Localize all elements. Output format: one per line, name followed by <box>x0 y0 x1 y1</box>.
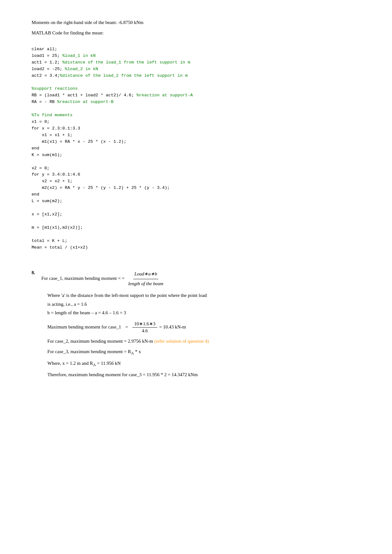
code-comment-moments: %To find moments <box>32 113 73 117</box>
code-line-ra: RA = - RB %reaction at support-B <box>32 99 113 104</box>
code-line-4: load2 = -25; %load_2 in kN <box>32 67 98 71</box>
matlab-code-block: clear all; load1 = 25; %load_1 in kN act… <box>32 39 367 257</box>
code-line-mean: Mean = total / (x1+x2) <box>32 245 88 250</box>
code-line-1: clear all; <box>32 47 57 51</box>
code-line-5: act2 = 3.4;%distance of the load_2 from … <box>32 73 188 78</box>
code-line-x1: x1 = 0; <box>32 119 50 124</box>
para4-end: = 11.956 kN <box>96 361 121 366</box>
code-line-end2: end <box>32 192 39 197</box>
mbm-eq: = <box>123 324 130 330</box>
intro-line1: Moments on the right-hand side of the be… <box>32 19 367 26</box>
para2-orange: (refer solution of question 4) <box>154 339 208 344</box>
section-8-content: For case_1, maximum bending moment = = L… <box>41 270 367 288</box>
code-line-x2inc: x2 = x2 + 1; <box>32 179 73 184</box>
para5: Therefore, maximum bending moment for ca… <box>47 371 367 379</box>
code-line-total: total = K + L; <box>32 238 67 243</box>
para2: For case_2, maximum bending moment = 2.9… <box>47 337 367 346</box>
section-8-body: Where 'a' is the distance from the left-… <box>47 292 367 379</box>
main-formula: Load∗a∗b length of the beam <box>127 270 165 288</box>
para1-line3: b = length of the beam – a = 4.6 – 1.6 =… <box>47 309 367 317</box>
section-8-header: 8. For case_1, maximum bending moment = … <box>32 270 367 288</box>
mbm-label: Maximum bending moment for case_1 <box>47 324 121 330</box>
para3-end: * x <box>134 349 141 354</box>
para1-line1: Where 'a' is the distance from the left-… <box>47 292 367 300</box>
para4-sub: A <box>93 363 96 367</box>
code-line-xarr: x = [x1,x2]; <box>32 212 62 217</box>
para4: Where, x = 1.2 m and RA = 11.956 kN <box>47 359 367 368</box>
section-8: 8. For case_1, maximum bending moment = … <box>32 270 367 379</box>
header-text: For case_1, maximum bending moment = <box>41 276 121 281</box>
para3-sub: A <box>131 351 134 355</box>
code-line-m1: m1(x1) = RA * x - 25 * (x - 1.2); <box>32 139 126 144</box>
code-line-for1: for x = 2.3:0.1:3.3 <box>32 126 80 131</box>
para4-text: Where, x = 1.2 m and R <box>47 361 93 366</box>
formula-numerator: Load∗a∗b <box>133 270 159 279</box>
mbm-result: = 10.43 kN-m <box>159 324 186 330</box>
code-line-l: L = sum(m2); <box>32 199 62 203</box>
para3: For case_3, maximum bending moment = RA … <box>47 348 367 357</box>
formula-denominator: length of the beam <box>127 279 165 288</box>
para2-text: For case_2, maximum bending moment = 2.9… <box>47 339 153 344</box>
code-line-for2: for y = 3.4:0.1:4.6 <box>32 172 80 177</box>
equals-sign: = <box>122 276 126 281</box>
code-comment-support: %support reactions <box>32 86 78 91</box>
para3-text: For case_3, maximum bending moment = R <box>47 349 131 354</box>
mbm-denominator: 4.6 <box>140 328 150 334</box>
code-line-2: load1 = 25; %load_1 in kN <box>32 53 96 58</box>
code-line-x1inc: x1 = x1 + 1; <box>32 133 73 137</box>
code-line-rb: RB = (load1 * act1 + load2 * act2)/ 4.6;… <box>32 93 193 98</box>
code-line-marr: m = [m1(x1),m2(x2)]; <box>32 225 83 230</box>
mbm-formula-row: Maximum bending moment for case_1 = 10∗1… <box>47 321 367 334</box>
code-line-k: K = sum(m1); <box>32 153 62 157</box>
intro-line2: MATLAB Code for finding the mean: <box>32 29 367 37</box>
code-line-x2: x2 = 0; <box>32 166 50 171</box>
section-number: 8. <box>32 270 39 275</box>
para1-line2: is acting, i.e., a = 1.6 <box>47 300 367 309</box>
code-line-3: act1 = 1.2; %distance of the load_1 from… <box>32 60 190 65</box>
mbm-fraction: 10∗1.6∗3 4.6 <box>132 321 157 334</box>
code-line-end1: end <box>32 146 39 151</box>
code-line-m2: m2(x2) = RA * y - 25 * (y - 1.2) + 25 * … <box>32 185 170 190</box>
mbm-numerator: 10∗1.6∗3 <box>132 321 157 328</box>
